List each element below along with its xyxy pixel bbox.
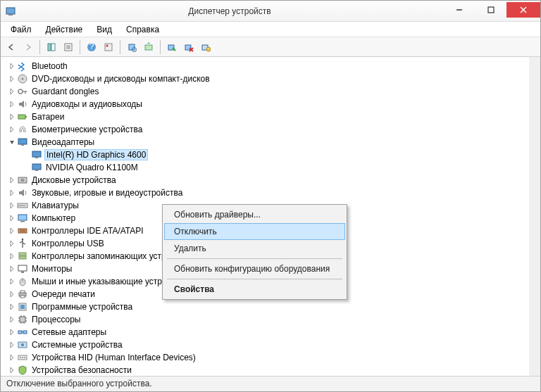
security-icon bbox=[17, 365, 28, 376]
tree-node-label: Контроллеры IDE ATA/ATAPI bbox=[30, 226, 145, 236]
expand-arrow-icon[interactable] bbox=[8, 290, 16, 298]
expand-arrow-icon[interactable] bbox=[8, 341, 16, 349]
menu-view[interactable]: Вид bbox=[91, 23, 118, 36]
tree-node[interactable]: Видеоадаптеры bbox=[6, 136, 529, 148]
bio-icon bbox=[17, 124, 28, 135]
svg-rect-1 bbox=[8, 14, 13, 15]
expand-arrow-icon[interactable] bbox=[8, 138, 16, 146]
tree-node[interactable]: Guardant dongles bbox=[6, 85, 529, 98]
properties-toolbar-button[interactable] bbox=[61, 39, 76, 55]
enable-button[interactable] bbox=[164, 39, 180, 55]
menu-action[interactable]: Действие bbox=[40, 23, 89, 36]
tree-node[interactable]: Процессоры bbox=[6, 313, 529, 326]
expand-arrow-icon[interactable] bbox=[8, 176, 16, 184]
tree-node[interactable]: Сетевые адаптеры bbox=[6, 326, 529, 339]
expand-arrow-icon[interactable] bbox=[8, 328, 16, 336]
svg-rect-0 bbox=[6, 8, 15, 14]
svg-point-79 bbox=[22, 357, 23, 358]
expand-arrow-icon[interactable] bbox=[8, 366, 16, 374]
show-hide-tree-button[interactable] bbox=[44, 39, 59, 55]
mouse-icon bbox=[17, 276, 28, 287]
tree-node[interactable]: Устройства HID (Human Interface Devices) bbox=[6, 351, 529, 364]
ctx-properties[interactable]: Свойства bbox=[164, 281, 345, 298]
close-button[interactable] bbox=[506, 2, 540, 18]
expand-arrow-icon[interactable] bbox=[8, 62, 16, 70]
tree-node[interactable]: DVD-дисководы и дисководы компакт-дисков bbox=[6, 72, 529, 85]
svg-rect-48 bbox=[18, 229, 27, 233]
expand-arrow-icon[interactable] bbox=[8, 227, 16, 235]
expand-arrow-icon[interactable] bbox=[8, 303, 16, 311]
scroll-down-button[interactable] bbox=[529, 365, 540, 376]
tree-node[interactable]: Программные устройства bbox=[6, 301, 529, 313]
tree-node[interactable]: Устройства безопасности bbox=[6, 364, 529, 376]
uninstall-button[interactable] bbox=[181, 39, 197, 55]
pin-button[interactable] bbox=[101, 39, 116, 55]
ctx-disable[interactable]: Отключить bbox=[164, 223, 345, 240]
expand-arrow-icon[interactable] bbox=[8, 265, 16, 273]
tree-view[interactable]: BluetoothDVD-дисководы и дисководы компа… bbox=[1, 57, 540, 376]
svg-rect-6 bbox=[48, 44, 51, 51]
tree-node-label: Программные устройства bbox=[30, 302, 134, 312]
expand-arrow-icon[interactable] bbox=[8, 315, 16, 324]
tree-node[interactable]: Звуковые, игровые и видеоустройства bbox=[6, 186, 529, 199]
back-button[interactable] bbox=[4, 39, 19, 55]
statusbar: Отключение выбранного устройства. bbox=[1, 376, 540, 391]
expand-arrow-icon[interactable] bbox=[8, 189, 16, 197]
tree-node[interactable]: NVIDIA Quadro K1100M bbox=[20, 161, 529, 174]
svg-rect-18 bbox=[145, 45, 152, 50]
forward-button[interactable] bbox=[20, 39, 36, 55]
tree-node[interactable]: Системные устройства bbox=[6, 339, 529, 351]
svg-rect-35 bbox=[35, 157, 38, 158]
svg-rect-16 bbox=[129, 44, 135, 50]
tree-node[interactable]: Батареи bbox=[6, 110, 529, 123]
audio-icon bbox=[17, 99, 28, 110]
tree-node-label: Процессоры bbox=[30, 315, 82, 324]
expand-arrow-icon[interactable] bbox=[8, 87, 16, 96]
ctx-delete[interactable]: Удалить bbox=[164, 240, 345, 257]
menu-help[interactable]: Справка bbox=[120, 23, 165, 36]
svg-point-76 bbox=[21, 343, 24, 346]
computer-icon bbox=[17, 213, 28, 224]
update-driver-toolbar-button[interactable] bbox=[141, 39, 156, 55]
expand-arrow-icon[interactable] bbox=[8, 100, 16, 108]
svg-rect-47 bbox=[20, 221, 25, 222]
toolbar: ? bbox=[1, 37, 540, 57]
help-button[interactable]: ? bbox=[84, 39, 99, 55]
expand-arrow-icon[interactable] bbox=[8, 201, 16, 210]
expand-arrow-icon[interactable] bbox=[8, 113, 16, 121]
scroll-up-button[interactable] bbox=[529, 57, 540, 68]
scan-hardware-button[interactable] bbox=[198, 39, 213, 55]
expand-arrow-icon[interactable] bbox=[8, 214, 16, 222]
minimize-button[interactable] bbox=[443, 2, 475, 18]
tree-node-label: Устройства HID (Human Interface Devices) bbox=[30, 353, 197, 362]
menubar: Файл Действие Вид Справка bbox=[1, 22, 540, 37]
tree-node-label: Компьютер bbox=[30, 213, 77, 223]
expand-arrow-icon[interactable] bbox=[8, 239, 16, 248]
tree-node-label: Видеоадаптеры bbox=[30, 137, 96, 147]
tree-node[interactable]: Intel(R) HD Graphics 4600 bbox=[20, 148, 529, 161]
expand-arrow-icon[interactable] bbox=[8, 75, 16, 83]
maximize-button[interactable] bbox=[475, 2, 506, 18]
expand-arrow-icon[interactable] bbox=[8, 277, 16, 286]
usb-icon bbox=[17, 238, 28, 249]
ctx-rescan[interactable]: Обновить конфигурацию оборудования bbox=[164, 260, 345, 277]
status-text: Отключение выбранного устройства. bbox=[6, 379, 152, 388]
tree-node-label: Аудиовходы и аудиовыходы bbox=[30, 99, 144, 109]
tree-node-label: Очереди печати bbox=[30, 289, 97, 299]
svg-point-15 bbox=[106, 44, 108, 46]
display-icon bbox=[31, 149, 42, 160]
expand-arrow-icon[interactable] bbox=[8, 125, 16, 134]
expand-arrow-icon[interactable] bbox=[8, 353, 16, 362]
tree-node-label: Bluetooth bbox=[30, 61, 69, 71]
tree-node[interactable]: Биометрические устройства bbox=[6, 123, 529, 136]
cpu-icon bbox=[17, 314, 28, 325]
ctx-update-drivers[interactable]: Обновить драйверы... bbox=[164, 206, 345, 223]
tree-node[interactable]: Bluetooth bbox=[6, 60, 529, 72]
tree-node[interactable]: Дисковые устройства bbox=[6, 174, 529, 186]
tree-node[interactable]: Аудиовходы и аудиовыходы bbox=[6, 98, 529, 110]
svg-rect-14 bbox=[105, 44, 112, 51]
expand-arrow-icon[interactable] bbox=[8, 252, 16, 260]
menu-file[interactable]: Файл bbox=[5, 23, 37, 36]
printer-icon bbox=[17, 289, 28, 300]
scan-button[interactable] bbox=[124, 39, 139, 55]
